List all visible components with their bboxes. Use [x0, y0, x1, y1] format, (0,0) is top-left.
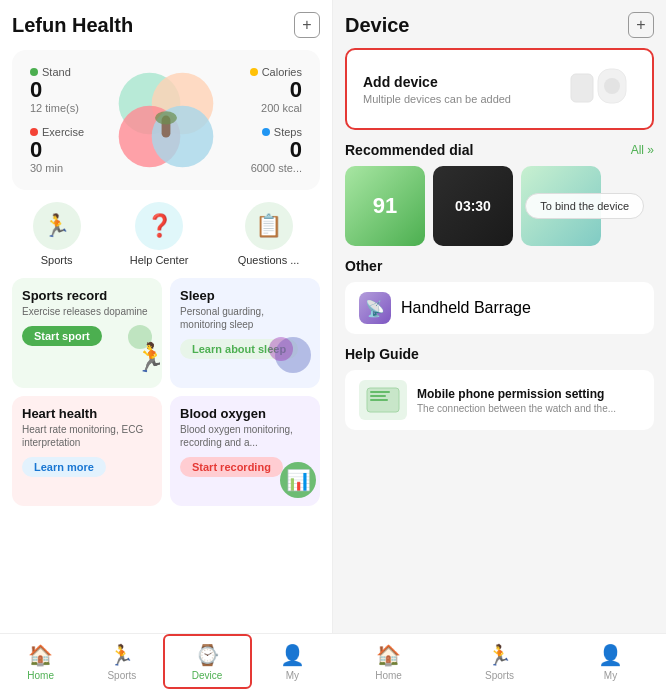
- cards-grid: Sports record Exercise releases dopamine…: [12, 278, 320, 506]
- bind-overlay: 91 03:30 To bind the device: [345, 166, 654, 246]
- calories-dot: [250, 68, 258, 76]
- start-recording-button[interactable]: Start recording: [180, 457, 283, 477]
- left-panel: Lefun Health + Stand 0 12 time(s): [0, 0, 333, 633]
- right-panel: Device + Add device Multiple devices can…: [333, 0, 666, 633]
- device-icon: ⌚: [195, 643, 220, 667]
- my-right-label: My: [604, 670, 617, 681]
- help-item[interactable]: Mobile phone permission setting The conn…: [359, 380, 640, 420]
- handheld-barrage-item[interactable]: 📡 Handheld Barrage: [359, 292, 640, 324]
- recommended-dial-title: Recommended dial: [345, 142, 473, 158]
- questions-icon: 📋: [245, 202, 293, 250]
- help-center-action[interactable]: ❓ Help Center: [130, 202, 189, 266]
- blood-oxygen-illustration: 📊: [278, 460, 318, 504]
- blood-oxygen-desc: Blood oxygen monitoring, recording and a…: [180, 423, 310, 449]
- sports-left-label: Sports: [107, 670, 136, 681]
- blood-oxygen-card: Blood oxygen Blood oxygen monitoring, re…: [170, 396, 320, 506]
- exercise-dot: [30, 128, 38, 136]
- help-guide-header: Help Guide: [345, 346, 654, 362]
- heart-health-card: Heart health Heart rate monitoring, ECG …: [12, 396, 162, 506]
- help-text: Mobile phone permission setting The conn…: [417, 387, 616, 414]
- sports-right-icon: 🏃: [487, 643, 512, 667]
- other-section-wrapper: Other 📡 Handheld Barrage: [345, 258, 654, 334]
- nav-home-right[interactable]: 🏠 Home: [333, 634, 444, 689]
- add-device-title: Add device: [363, 74, 511, 90]
- health-grid: Stand 0 12 time(s) Calories 0 200 kcal: [24, 62, 308, 178]
- health-card: Stand 0 12 time(s) Calories 0 200 kcal: [12, 50, 320, 190]
- my-left-label: My: [286, 670, 299, 681]
- nav-sports-right[interactable]: 🏃 Sports: [444, 634, 555, 689]
- questions-label: Questions ...: [238, 254, 300, 266]
- handheld-barrage-icon: 📡: [359, 292, 391, 324]
- other-header: Other: [345, 258, 654, 274]
- sports-left-icon: 🏃: [109, 643, 134, 667]
- svg-rect-17: [370, 395, 386, 397]
- home-right-icon: 🏠: [376, 643, 401, 667]
- my-left-icon: 👤: [280, 643, 305, 667]
- help-item-title: Mobile phone permission setting: [417, 387, 616, 401]
- home-left-label: Home: [27, 670, 54, 681]
- device-title: Device: [345, 14, 410, 37]
- clover-illustration: [111, 65, 221, 175]
- left-add-button[interactable]: +: [294, 12, 320, 38]
- sports-illustration: 🏃: [110, 322, 160, 386]
- questions-action[interactable]: 📋 Questions ...: [238, 202, 300, 266]
- other-title: Other: [345, 258, 382, 274]
- bind-device-button[interactable]: To bind the device: [525, 193, 644, 219]
- right-header: Device +: [345, 12, 654, 38]
- heart-desc: Heart rate monitoring, ECG interpretatio…: [22, 423, 152, 449]
- help-guide-title: Help Guide: [345, 346, 419, 362]
- learn-more-button[interactable]: Learn more: [22, 457, 106, 477]
- help-section: Mobile phone permission setting The conn…: [345, 370, 654, 430]
- sports-right-label: Sports: [485, 670, 514, 681]
- sports-action-label: Sports: [41, 254, 73, 266]
- svg-rect-16: [370, 391, 390, 393]
- svg-text:📊: 📊: [286, 468, 311, 492]
- bottom-nav: 🏠 Home 🏃 Sports ⌚ Device 👤 My 🏠 Home 🏃 S…: [0, 633, 666, 689]
- sleep-card: Sleep Personal guarding, monitoring slee…: [170, 278, 320, 388]
- start-sport-button[interactable]: Start sport: [22, 326, 102, 346]
- add-device-card[interactable]: Add device Multiple devices can be added: [345, 48, 654, 130]
- dial-card-1[interactable]: 91: [345, 166, 425, 246]
- other-section: 📡 Handheld Barrage: [345, 282, 654, 334]
- help-guide-wrapper: Help Guide Mobile phone permission setti…: [345, 346, 654, 430]
- sports-record-card: Sports record Exercise releases dopamine…: [12, 278, 162, 388]
- svg-rect-12: [571, 74, 593, 102]
- help-item-desc: The connection between the watch and the…: [417, 403, 616, 414]
- left-header: Lefun Health +: [12, 12, 320, 38]
- my-right-icon: 👤: [598, 643, 623, 667]
- add-device-desc: Multiple devices can be added: [363, 93, 511, 105]
- stand-dot: [30, 68, 38, 76]
- device-icons-preview: [566, 64, 636, 114]
- svg-point-5: [155, 111, 177, 124]
- svg-rect-18: [370, 399, 388, 401]
- nav-my-right[interactable]: 👤 My: [555, 634, 666, 689]
- dial-all-button[interactable]: All »: [631, 143, 654, 157]
- steps-dot: [262, 128, 270, 136]
- sleep-title: Sleep: [180, 288, 310, 303]
- quick-actions: 🏃 Sports ❓ Help Center 📋 Questions ...: [12, 202, 320, 266]
- help-thumb: [359, 380, 407, 420]
- right-add-button[interactable]: +: [628, 12, 654, 38]
- right-nav: 🏠 Home 🏃 Sports 👤 My: [333, 634, 666, 689]
- help-center-icon: ❓: [135, 202, 183, 250]
- sports-icon: 🏃: [33, 202, 81, 250]
- svg-point-9: [269, 337, 293, 361]
- sleep-illustration: [263, 327, 318, 386]
- sports-record-title: Sports record: [22, 288, 152, 303]
- sports-record-desc: Exercise releases dopamine: [22, 305, 152, 318]
- recommended-dial-header: Recommended dial All »: [345, 142, 654, 158]
- left-nav: 🏠 Home 🏃 Sports ⌚ Device 👤 My: [0, 634, 333, 689]
- nav-my-left[interactable]: 👤 My: [252, 634, 333, 689]
- sports-action[interactable]: 🏃 Sports: [33, 202, 81, 266]
- help-center-label: Help Center: [130, 254, 189, 266]
- nav-sports-left[interactable]: 🏃 Sports: [81, 634, 162, 689]
- blood-oxygen-title: Blood oxygen: [180, 406, 310, 421]
- nav-device[interactable]: ⌚ Device: [163, 634, 252, 689]
- dial-card-2[interactable]: 03:30: [433, 166, 513, 246]
- app-title: Lefun Health: [12, 14, 133, 37]
- nav-home-left[interactable]: 🏠 Home: [0, 634, 81, 689]
- home-right-label: Home: [375, 670, 402, 681]
- heart-title: Heart health: [22, 406, 152, 421]
- home-left-icon: 🏠: [28, 643, 53, 667]
- device-label: Device: [192, 670, 223, 681]
